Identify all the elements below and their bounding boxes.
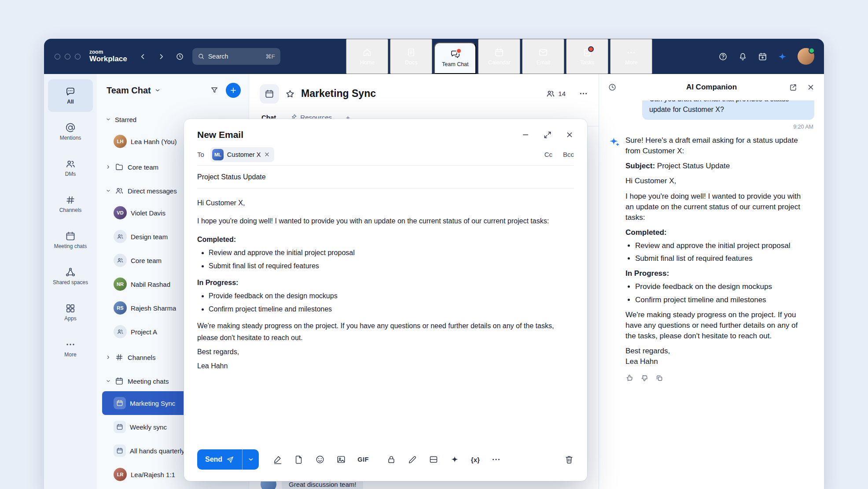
chevron-down-icon [106, 378, 111, 384]
back-button[interactable] [137, 50, 149, 63]
close-button[interactable] [565, 130, 574, 139]
discard-button[interactable] [564, 455, 574, 464]
calendar-add-button[interactable] [758, 52, 767, 61]
thumbs-down-button[interactable] [640, 374, 648, 382]
subject-field[interactable]: Project Status Update [197, 166, 574, 189]
remove-recipient-button[interactable] [264, 152, 270, 157]
apps-grid-icon [65, 303, 76, 314]
rail-item-mentions[interactable]: Mentions [48, 115, 93, 148]
rail-item-shared-spaces[interactable]: Shared spaces [48, 260, 93, 293]
signature-button[interactable] [273, 455, 283, 464]
people-icon [117, 257, 124, 264]
copy-icon [655, 374, 663, 382]
help-button[interactable] [718, 52, 728, 61]
email-body-editor[interactable]: Hi Customer X, I hope you're doing well!… [184, 189, 587, 442]
rail-item-dms[interactable]: DMs [48, 152, 93, 184]
nav-tasks[interactable]: Tasks [566, 39, 608, 74]
team-chat-icon [450, 49, 460, 59]
bcc-button[interactable]: Bcc [563, 151, 574, 158]
people-icon [546, 89, 555, 98]
brand-workplace: Workplace [89, 55, 127, 63]
nav-team-chat[interactable]: Team Chat [434, 42, 476, 74]
modal-title: New Email [197, 130, 243, 140]
rail-item-meeting-chats[interactable]: Meeting chats [48, 224, 93, 256]
ai-history-button[interactable] [608, 83, 617, 92]
minimize-button[interactable] [521, 130, 530, 139]
search-icon [198, 53, 205, 60]
edit-button[interactable] [408, 455, 417, 464]
layout-icon [429, 455, 438, 464]
members-button[interactable]: 14 [543, 89, 568, 99]
user-avatar[interactable] [798, 48, 814, 65]
star-icon [285, 89, 295, 99]
calendar-add-icon [758, 52, 767, 61]
people-icon [115, 186, 124, 195]
docs-icon [406, 48, 416, 57]
notifications-button[interactable] [738, 52, 747, 61]
rail-item-apps[interactable]: Apps [48, 296, 93, 329]
expand-button[interactable] [543, 130, 552, 139]
chevron-right-icon [157, 52, 166, 61]
avatar: LR [114, 468, 127, 481]
forward-button[interactable] [155, 50, 168, 63]
ai-companion-button[interactable] [778, 52, 787, 61]
nav-calendar[interactable]: Calendar [478, 39, 520, 74]
window-controls[interactable] [55, 54, 81, 59]
ai-compose-button[interactable] [450, 455, 460, 464]
lock-icon [386, 455, 396, 464]
window-dot[interactable] [55, 54, 60, 59]
thumbs-up-button[interactable] [625, 374, 633, 382]
rail-item-channels[interactable]: Channels [48, 188, 93, 220]
ellipsis-icon [65, 339, 76, 350]
people-icon [65, 159, 76, 169]
nav-more[interactable]: More [610, 39, 652, 74]
insert-image-button[interactable] [336, 455, 346, 464]
search-input[interactable]: Search ⌘F [192, 48, 280, 65]
panel-header: Team Chat [97, 74, 249, 98]
gif-button[interactable]: GIF [357, 456, 369, 463]
rail-item-more[interactable]: More [48, 332, 93, 365]
window-dot[interactable] [75, 54, 81, 59]
nav-docs[interactable]: Docs [390, 39, 432, 74]
new-chat-button[interactable] [226, 83, 241, 98]
to-field[interactable]: To ML Customer X Cc Bcc [197, 144, 574, 166]
more-tools-button[interactable] [491, 455, 501, 464]
user-message-bubble: Can you draft an email that provides a s… [642, 100, 814, 120]
compose-toolbar: Send GIF {x} [184, 442, 587, 481]
ai-response-text: Sure! Here's a draft email asking for a … [625, 135, 814, 382]
window-dot[interactable] [65, 54, 70, 59]
nav-email[interactable]: Email [522, 39, 564, 74]
send-options-button[interactable] [242, 449, 259, 470]
nav-home[interactable]: Home [346, 39, 388, 74]
recipient-chip[interactable]: ML Customer X [210, 147, 275, 162]
chevron-left-icon [139, 52, 147, 61]
send-button[interactable]: Send [197, 449, 242, 470]
variables-button[interactable]: {x} [471, 456, 480, 463]
thumbs-up-icon [625, 374, 633, 382]
encrypt-button[interactable] [386, 455, 396, 464]
history-button[interactable] [174, 50, 186, 63]
expand-icon [543, 130, 552, 139]
copy-button[interactable] [655, 374, 663, 382]
open-in-new-icon [789, 83, 798, 92]
ai-companion-panel: AI Companion Can you draft an email that… [599, 74, 824, 489]
template-button[interactable] [429, 455, 438, 464]
topbar-right [718, 48, 814, 65]
filter-button[interactable] [210, 86, 219, 95]
channel-more-button[interactable] [579, 89, 588, 98]
star-button[interactable] [285, 89, 295, 99]
ai-response: Sure! Here's a draft email asking for a … [609, 135, 814, 382]
left-rail: All Mentions DMs Channels Meeting chats [44, 74, 97, 489]
attach-file-button[interactable] [294, 455, 304, 464]
emoji-button[interactable] [315, 455, 325, 464]
channel-header: Marketing Sync 14 [249, 74, 599, 107]
close-button[interactable] [806, 83, 815, 92]
open-in-new-button[interactable] [789, 83, 798, 92]
member-count: 14 [558, 90, 566, 97]
avatar: VD [114, 206, 127, 219]
panel-title-dropdown[interactable]: Team Chat [107, 85, 161, 96]
modal-header: New Email [184, 119, 587, 144]
cc-button[interactable]: Cc [544, 151, 552, 158]
close-icon [806, 83, 815, 92]
rail-item-all[interactable]: All [48, 79, 93, 112]
